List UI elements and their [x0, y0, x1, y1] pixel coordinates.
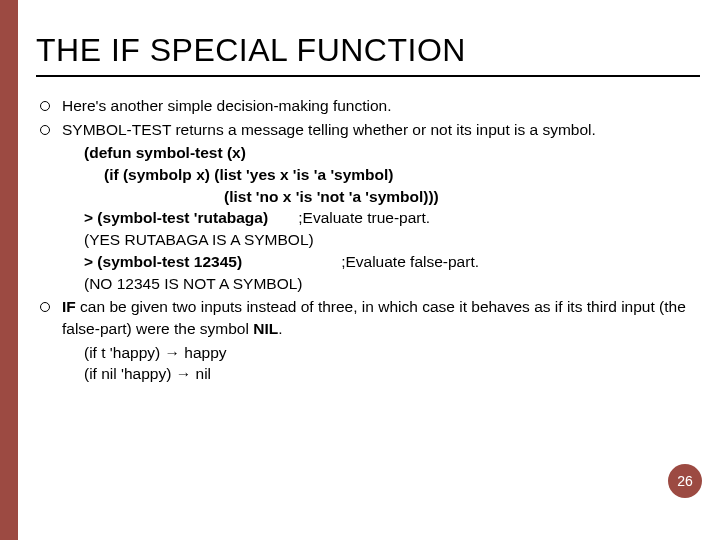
bullet-item: Here's another simple decision-making fu… — [36, 95, 700, 117]
slide-content: THE IF SPECIAL FUNCTION Here's another s… — [0, 0, 720, 407]
code-block: (if t 'happy) → happy (if nil 'happy) → … — [84, 342, 700, 385]
code-block: (defun symbol-test (x) (if (symbolp x) (… — [84, 142, 700, 294]
code-line: (list 'no x 'is 'not 'a 'symbol))) — [84, 186, 700, 208]
code-result: happy — [180, 344, 227, 361]
page-number: 26 — [677, 473, 693, 489]
arrow-icon: → — [176, 365, 192, 382]
bullet-text: SYMBOL-TEST returns a message telling wh… — [62, 121, 596, 138]
accent-sidebar — [0, 0, 18, 540]
bullet-item: SYMBOL-TEST returns a message telling wh… — [36, 119, 700, 295]
code-line: > (symbol-test 12345) ;Evaluate false-pa… — [84, 251, 700, 273]
code-line: (NO 12345 IS NOT A SYMBOL) — [84, 273, 700, 295]
code-comment: ;Evaluate true-part. — [268, 209, 430, 226]
arrow-icon: → — [165, 344, 181, 361]
nil-name: NIL — [253, 320, 278, 337]
code-expr: > (symbol-test 12345) — [84, 253, 242, 270]
symbol-test-name: SYMBOL-TEST — [62, 121, 171, 138]
page-number-badge: 26 — [668, 464, 702, 498]
slide-title: THE IF SPECIAL FUNCTION — [36, 32, 700, 77]
code-line: > (symbol-test 'rutabaga) ;Evaluate true… — [84, 207, 700, 229]
bullet-text: IF can be given two inputs instead of th… — [62, 298, 686, 337]
code-expr: (if t 'happy) — [84, 344, 165, 361]
bullet-text-end: . — [278, 320, 282, 337]
bullet-list: Here's another simple decision-making fu… — [36, 95, 700, 385]
code-expr: > (symbol-test 'rutabaga) — [84, 209, 268, 226]
bullet-text-mid: can be given two inputs instead of three… — [62, 298, 686, 337]
bullet-item: IF can be given two inputs instead of th… — [36, 296, 700, 385]
code-comment: ;Evaluate false-part. — [242, 253, 479, 270]
code-expr: (if nil 'happy) — [84, 365, 176, 382]
code-line: (YES RUTABAGA IS A SYMBOL) — [84, 229, 700, 251]
code-line: (if nil 'happy) → nil — [84, 363, 700, 385]
code-result: nil — [191, 365, 211, 382]
code-line: (if (symbolp x) (list 'yes x 'is 'a 'sym… — [84, 164, 700, 186]
bullet-text-tail: returns a message telling whether or not… — [171, 121, 596, 138]
if-name: IF — [62, 298, 76, 315]
code-line: (if t 'happy) → happy — [84, 342, 700, 364]
code-line: (defun symbol-test (x) — [84, 142, 700, 164]
bullet-text: Here's another simple decision-making fu… — [62, 97, 391, 114]
